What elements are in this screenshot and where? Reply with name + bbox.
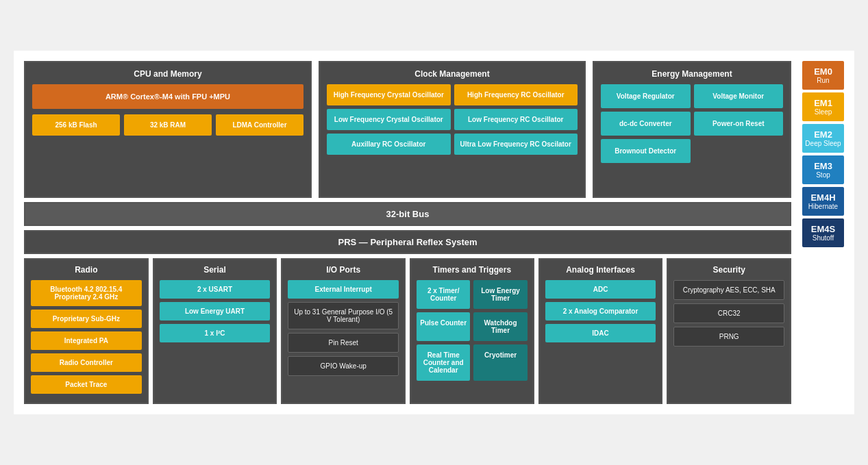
- em1-label: Sleep: [805, 108, 841, 116]
- pulse-counter-chip: Pulse Counter: [417, 312, 470, 341]
- em4s-chip: EM4S Shutoff: [802, 218, 844, 247]
- serial-section: Serial 2 x USART Low Energy UART 1 x I²C: [153, 258, 277, 404]
- gpio-chip: Up to 31 General Purpose I/O (5 V Tolera…: [288, 302, 399, 329]
- rtc-chip: Real Time Counter and Calendar: [417, 344, 470, 381]
- flash-chip: 256 kB Flash: [32, 114, 120, 136]
- ext-int-chip: External Interrupt: [288, 280, 399, 299]
- security-section: Security Cryptography AES, ECC, SHA CRC3…: [667, 258, 791, 404]
- em0-chip: EM0 Run: [802, 61, 844, 90]
- cryotimer-chip: Cryotimer: [473, 344, 527, 381]
- bottom-row: Radio Bluetooth 4.2 802.15.4 Proprietary…: [24, 258, 791, 404]
- hf-rc: High Frequency RC Oscillator: [454, 84, 578, 105]
- voltage-reg: Voltage Regulator: [601, 84, 691, 108]
- main-container: CPU and Memory ARM® Cortex®-M4 with FPU …: [14, 51, 854, 414]
- em2-chip: EM2 Deep Sleep: [802, 124, 844, 153]
- crc-chip: CRC32: [673, 303, 784, 323]
- content-area: CPU and Memory ARM® Cortex®-M4 with FPU …: [24, 61, 791, 404]
- brownout-detector: Brownout Detector: [601, 139, 691, 163]
- em4s-id: EM4S: [805, 224, 841, 234]
- watchdog-chip: Watchdog Timer: [473, 312, 527, 341]
- ulf-rc: Ultra Low Frequency RC Oscilator: [454, 134, 578, 155]
- cpu-section: CPU and Memory ARM® Cortex®-M4 with FPU …: [24, 61, 312, 198]
- em2-label: Deep Sleep: [805, 140, 841, 147]
- analog-section: Analog Interfaces ADC 2 x Analog Compara…: [538, 258, 663, 404]
- em3-chip: EM3 Stop: [802, 155, 844, 184]
- timers-title: Timers and Triggers: [417, 265, 528, 275]
- aux-rc: Auxillary RC Oscillator: [327, 134, 451, 155]
- power-on-reset: Power-on Reset: [694, 112, 784, 136]
- leuart-chip: Low Energy UART: [160, 302, 271, 321]
- timer-counter-chip: 2 x Timer/ Counter: [417, 280, 470, 309]
- idac-chip: IDAC: [545, 324, 656, 342]
- em0-label: Run: [805, 77, 841, 84]
- clock-section: Clock Management High Frequency Crystal …: [319, 61, 586, 198]
- ldma-chip: LDMA Controller: [216, 114, 303, 136]
- io-title: I/O Ports: [288, 265, 399, 275]
- adc-chip: ADC: [545, 280, 656, 299]
- security-title: Security: [673, 265, 784, 275]
- bt-chip: Bluetooth 4.2 802.15.4 Proprietary 2.4 G…: [31, 280, 142, 306]
- em3-id: EM3: [805, 161, 841, 171]
- io-section: I/O Ports External Interrupt Up to 31 Ge…: [281, 258, 406, 404]
- energy-title: Energy Management: [601, 69, 783, 79]
- lf-rc: Low Frequency RC Oscillator: [454, 109, 578, 130]
- gpio-wakeup-chip: GPIO Wake-up: [288, 356, 399, 376]
- le-timer-chip: Low Energy Timer: [473, 280, 527, 309]
- em-sidebar: EM0 Run EM1 Sleep EM2 Deep Sleep EM3 Sto…: [802, 61, 844, 404]
- sub-ghz-chip: Proprietary Sub-GHz: [31, 310, 142, 328]
- em4h-chip: EM4H Hibernate: [802, 187, 844, 216]
- pin-reset-chip: Pin Reset: [288, 333, 399, 353]
- lf-crystal: Low Frequency Crystal Oscillator: [327, 109, 451, 130]
- ram-chip: 32 kB RAM: [124, 114, 212, 136]
- timers-grid: 2 x Timer/ Counter Low Energy Timer Puls…: [417, 280, 528, 381]
- dcdc-conv: dc-dc Converter: [601, 112, 691, 136]
- timers-section: Timers and Triggers 2 x Timer/ Counter L…: [410, 258, 534, 404]
- radio-ctrl-chip: Radio Controller: [31, 353, 142, 372]
- bus-row: 32-bit Bus: [24, 202, 791, 226]
- hf-crystal: High Frequency Crystal Oscillator: [327, 84, 451, 105]
- serial-title: Serial: [160, 265, 271, 275]
- i2c-chip: 1 x I²C: [160, 324, 271, 342]
- em1-chip: EM1 Sleep: [802, 92, 844, 121]
- packet-trace-chip: Packet Trace: [31, 375, 142, 394]
- analog-title: Analog Interfaces: [545, 265, 656, 275]
- em3-label: Stop: [805, 171, 841, 179]
- arm-chip: ARM® Cortex®-M4 with FPU +MPU: [32, 84, 303, 109]
- prng-chip: PRNG: [673, 327, 784, 347]
- top-row: CPU and Memory ARM® Cortex®-M4 with FPU …: [24, 61, 791, 198]
- em4h-label: Hibernate: [805, 203, 841, 210]
- radio-section: Radio Bluetooth 4.2 802.15.4 Proprietary…: [24, 258, 149, 404]
- em4h-id: EM4H: [805, 192, 841, 203]
- em2-id: EM2: [805, 129, 841, 140]
- int-pa-chip: Integrated PA: [31, 331, 142, 350]
- cpu-title: CPU and Memory: [32, 69, 303, 79]
- usart-chip: 2 x USART: [160, 280, 271, 299]
- energy-section: Energy Management Voltage Regulator Volt…: [593, 61, 791, 198]
- radio-title: Radio: [31, 265, 142, 275]
- clock-grid: High Frequency Crystal Oscillator High F…: [327, 84, 578, 155]
- em1-id: EM1: [805, 98, 841, 108]
- prs-row: PRS — Peripheral Reflex System: [24, 230, 791, 254]
- clock-title: Clock Management: [327, 69, 578, 79]
- em4s-label: Shutoff: [805, 234, 841, 242]
- crypto-chip: Cryptography AES, ECC, SHA: [673, 280, 784, 300]
- cpu-bottom: 256 kB Flash 32 kB RAM LDMA Controller: [32, 114, 303, 136]
- em0-id: EM0: [805, 66, 841, 77]
- voltage-mon: Voltage Monitor: [694, 84, 784, 108]
- whole-layout: CPU and Memory ARM® Cortex®-M4 with FPU …: [24, 61, 844, 404]
- energy-grid: Voltage Regulator Voltage Monitor dc-dc …: [601, 84, 783, 163]
- comp-chip: 2 x Analog Comparator: [545, 302, 656, 321]
